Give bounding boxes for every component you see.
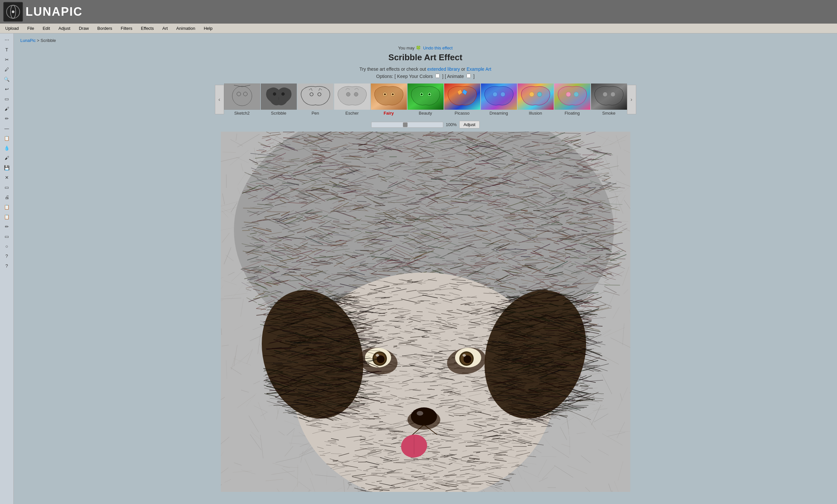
- effects-list: Sketch2 Scribble: [224, 84, 627, 115]
- effect-escher[interactable]: Escher: [334, 84, 370, 115]
- or-text: or: [461, 67, 466, 72]
- svg-point-12: [273, 92, 276, 96]
- undo-bar: You may 🍀 Undo this effect: [398, 46, 452, 50]
- tool-zoom[interactable]: 🔍: [2, 75, 12, 83]
- tool-rect[interactable]: ▭: [2, 183, 12, 191]
- tool-brush[interactable]: 🖌: [2, 105, 12, 113]
- effect-beauty[interactable]: Beauty: [408, 84, 444, 115]
- undo-prefix: You may: [398, 46, 416, 50]
- dog-image: [221, 132, 630, 492]
- content-area: LunaPic > Scribble You may 🍀 Undo this e…: [14, 33, 837, 504]
- effect-thumb-smoke: [591, 84, 627, 110]
- tool-line[interactable]: —: [2, 124, 12, 132]
- effect-fairy[interactable]: Fairy: [371, 84, 407, 115]
- tool-rotate[interactable]: ↩: [2, 85, 12, 93]
- main-layout: ⋯ T ✂ 🖊 🔍 ↩ ▭ 🖌 ✏ — 📋 💧 🖌 💾 ✕ ▭ 🖨 📋 📋 ✏ …: [0, 33, 837, 504]
- menu-file[interactable]: File: [23, 24, 38, 32]
- example-art-link[interactable]: Example Art: [466, 67, 491, 72]
- zoom-slider[interactable]: [371, 122, 443, 128]
- effect-pen[interactable]: Pen: [298, 84, 334, 115]
- svg-point-41: [566, 92, 571, 96]
- tool-unknown1[interactable]: ?: [2, 252, 12, 260]
- menu-art[interactable]: Art: [158, 24, 172, 32]
- logo-bar: LUNAPIC: [0, 0, 837, 23]
- effect-scribble[interactable]: Scribble: [261, 84, 297, 115]
- menu-effects[interactable]: Effects: [137, 24, 158, 32]
- effect-thumb-dreaming: [481, 84, 517, 110]
- svg-point-24: [384, 93, 386, 95]
- tool-shape[interactable]: ▭: [2, 233, 12, 240]
- tool-delete[interactable]: ✕: [2, 174, 12, 181]
- menu-filters[interactable]: Filters: [117, 24, 136, 32]
- undo-icon: 🍀: [416, 46, 421, 50]
- svg-point-36: [501, 92, 505, 96]
- zoom-bar: 100% Adjust: [20, 121, 831, 128]
- animate-checkbox[interactable]: [466, 74, 471, 78]
- undo-link[interactable]: Undo this effect: [423, 46, 453, 50]
- keep-colors-checkbox[interactable]: [435, 74, 440, 78]
- menu-help[interactable]: Help: [200, 24, 216, 32]
- tool-print[interactable]: 🖨: [2, 193, 12, 201]
- menu-adjust[interactable]: Adjust: [55, 24, 74, 32]
- effect-thumb-escher: [334, 84, 370, 110]
- effect-label-floating: Floating: [565, 111, 580, 115]
- menu-bar: Upload File Edit Adjust Draw Borders Fil…: [0, 23, 837, 33]
- tool-copy2[interactable]: 📋: [2, 213, 12, 221]
- tool-copy1[interactable]: 📋: [2, 203, 12, 211]
- effect-smoke[interactable]: Smoke: [591, 84, 627, 115]
- adjust-button[interactable]: Adjust: [459, 121, 480, 128]
- breadcrumb-separator: >: [37, 38, 41, 43]
- menu-draw[interactable]: Draw: [75, 24, 93, 32]
- tool-save[interactable]: 💾: [2, 164, 12, 172]
- menu-upload[interactable]: Upload: [1, 24, 23, 32]
- art-effects-description: Try these art effects or check out exten…: [359, 67, 491, 72]
- tool-pen[interactable]: 🖊: [2, 66, 12, 73]
- svg-point-42: [574, 92, 578, 96]
- effect-floating[interactable]: Floating: [554, 84, 590, 115]
- breadcrumb-home[interactable]: LunaPic: [20, 38, 36, 43]
- effect-label-escher: Escher: [345, 111, 358, 115]
- carousel-prev[interactable]: ‹: [215, 85, 224, 114]
- tool-edit[interactable]: ✏: [2, 223, 12, 231]
- tool-crop[interactable]: ▭: [2, 95, 12, 103]
- effect-label-dreaming: Dreaming: [489, 111, 508, 115]
- tool-circle[interactable]: ○: [2, 242, 12, 250]
- effect-dreaming[interactable]: Dreaming: [481, 84, 517, 115]
- tool-fill[interactable]: 💧: [2, 144, 12, 152]
- effect-thumb-scribble: [261, 84, 297, 110]
- svg-point-44: [603, 92, 607, 96]
- svg-point-29: [421, 93, 423, 95]
- effect-label-sketch2: Sketch2: [234, 111, 250, 115]
- effect-sketch2[interactable]: Sketch2: [224, 84, 260, 115]
- svg-point-38: [529, 92, 534, 96]
- options-separator: ] [: [442, 74, 447, 79]
- effect-label-illusion: Illusion: [529, 111, 542, 115]
- svg-point-13: [281, 92, 285, 96]
- sidebar: ⋯ T ✂ 🖊 🔍 ↩ ▭ 🖌 ✏ — 📋 💧 🖌 💾 ✕ ▭ 🖨 📋 📋 ✏ …: [0, 33, 14, 504]
- tool-text[interactable]: T: [2, 46, 12, 54]
- options-label: Options: [ Keep Your Colors: [376, 74, 433, 79]
- menu-edit[interactable]: Edit: [39, 24, 54, 32]
- tool-unknown2[interactable]: ?: [2, 262, 12, 270]
- effect-label-picasso: Picasso: [455, 111, 470, 115]
- logo-text: LUNAPIC: [25, 5, 83, 19]
- menu-animation[interactable]: Animation: [172, 24, 199, 32]
- animate-label: Animate: [447, 74, 464, 79]
- effect-thumb-illusion: [518, 84, 554, 110]
- tool-select[interactable]: ⋯: [2, 36, 12, 44]
- effect-thumb-picasso: [444, 84, 480, 110]
- effect-label-pen: Pen: [311, 111, 319, 115]
- effect-illusion[interactable]: Illusion: [518, 84, 554, 115]
- extended-library-link[interactable]: extended library: [427, 67, 460, 72]
- tool-blur[interactable]: 🖌: [2, 154, 12, 162]
- logo-container: LUNAPIC: [3, 2, 83, 22]
- menu-borders[interactable]: Borders: [93, 24, 116, 32]
- effects-carousel: ‹ Ske: [215, 84, 636, 115]
- tool-pencil[interactable]: ✏: [2, 114, 12, 123]
- effect-thumb-fairy: [371, 84, 407, 110]
- effect-picasso[interactable]: Picasso: [444, 84, 480, 115]
- tool-clone[interactable]: 📋: [2, 134, 12, 142]
- carousel-next[interactable]: ›: [627, 85, 636, 114]
- tool-cut[interactable]: ✂: [2, 56, 12, 64]
- scribble-canvas: [221, 132, 630, 492]
